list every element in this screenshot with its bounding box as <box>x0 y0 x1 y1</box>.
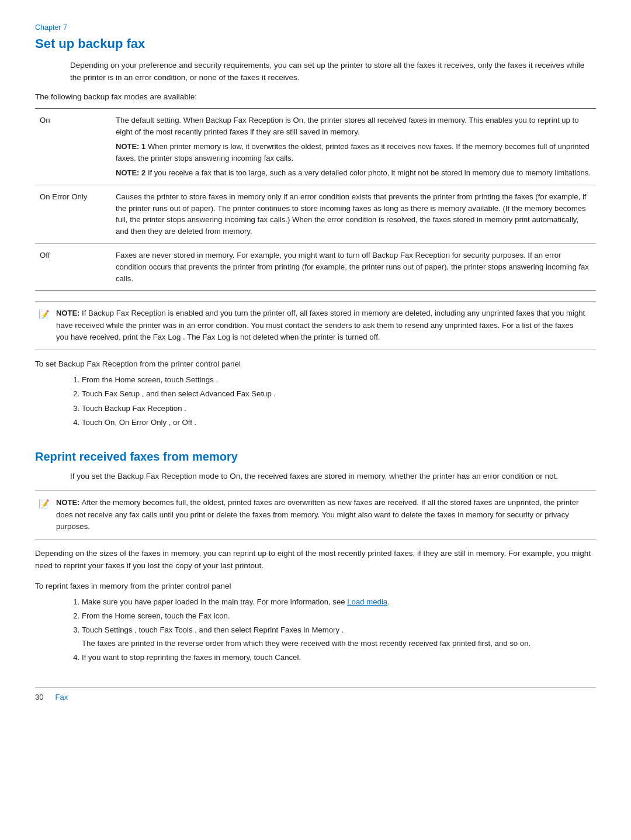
step-item: From the Home screen, touch the Fax icon… <box>82 610 596 622</box>
footer: 30 Fax <box>35 687 596 701</box>
step-item: Touch On, On Error Only , or Off . <box>82 417 596 428</box>
section1-title: Set up backup fax <box>35 36 596 51</box>
section1-steps-list: From the Home screen, touch Settings .To… <box>82 374 596 429</box>
section2-note-box: 📝 NOTE: After the memory becomes full, t… <box>35 490 596 539</box>
footer-page-num: 30 <box>35 693 43 701</box>
section2-para1: Depending on the sizes of the faxes in m… <box>35 548 596 572</box>
mode-row: OffFaxes are never stored in memory. For… <box>35 244 596 291</box>
section2-steps-list: Make sure you have paper loaded in the m… <box>82 596 596 664</box>
modes-label: The following backup fax modes are avail… <box>35 91 596 103</box>
section2-steps-intro: To reprint faxes in memory from the prin… <box>35 580 596 593</box>
step-subtext: The faxes are printed in the reverse ord… <box>82 638 596 649</box>
mode-row: On Error OnlyCauses the printer to store… <box>35 185 596 243</box>
section2-note-text: After the memory becomes full, the oldes… <box>56 498 578 531</box>
mode-name: Off <box>35 244 111 291</box>
note-icon: 📝 <box>39 307 50 321</box>
chapter-label: Chapter 7 <box>35 23 596 32</box>
step-item: Touch Settings , touch Fax Tools , and t… <box>82 624 596 649</box>
main-note-text: If Backup Fax Reception is enabled and y… <box>56 309 585 341</box>
step-item: From the Home screen, touch Settings . <box>82 374 596 386</box>
main-note-box: 📝 NOTE: If Backup Fax Reception is enabl… <box>35 301 596 350</box>
step-link[interactable]: Load media <box>347 597 387 606</box>
section2-note-label: NOTE: <box>56 498 79 507</box>
mode-note-text: If you receive a fax that is too large, … <box>145 168 591 177</box>
mode-note: NOTE: 1 When printer memory is low, it o… <box>116 141 591 164</box>
mode-note-label: NOTE: 2 <box>116 168 145 177</box>
mode-name: On Error Only <box>35 185 111 243</box>
modes-table: OnThe default setting. When Backup Fax R… <box>35 108 596 291</box>
mode-note-text: When printer memory is low, it overwrite… <box>116 142 590 163</box>
mode-description: Causes the printer to store faxes in mem… <box>111 185 596 243</box>
section2-title: Reprint received faxes from memory <box>35 450 596 464</box>
section2-intro: If you set the Backup Fax Reception mode… <box>70 471 596 483</box>
mode-description: Faxes are never stored in memory. For ex… <box>111 244 596 291</box>
note-icon-2: 📝 <box>39 497 50 510</box>
mode-note: NOTE: 2 If you receive a fax that is too… <box>116 167 591 179</box>
section1-steps-intro: To set Backup Fax Reception from the pri… <box>35 358 596 371</box>
mode-row: OnThe default setting. When Backup Fax R… <box>35 108 596 185</box>
step-item: Touch Fax Setup , and then select Advanc… <box>82 388 596 400</box>
section1-intro: Depending on your preference and securit… <box>70 60 596 84</box>
step-item: Touch Backup Fax Reception . <box>82 403 596 414</box>
mode-name: On <box>35 108 111 185</box>
step-item: Make sure you have paper loaded in the m… <box>82 596 596 608</box>
mode-description: The default setting. When Backup Fax Rec… <box>111 108 596 185</box>
mode-note-label: NOTE: 1 <box>116 142 145 151</box>
step-item: If you want to stop reprinting the faxes… <box>82 652 596 663</box>
main-note-label: NOTE: <box>56 309 79 317</box>
footer-label: Fax <box>55 693 68 701</box>
